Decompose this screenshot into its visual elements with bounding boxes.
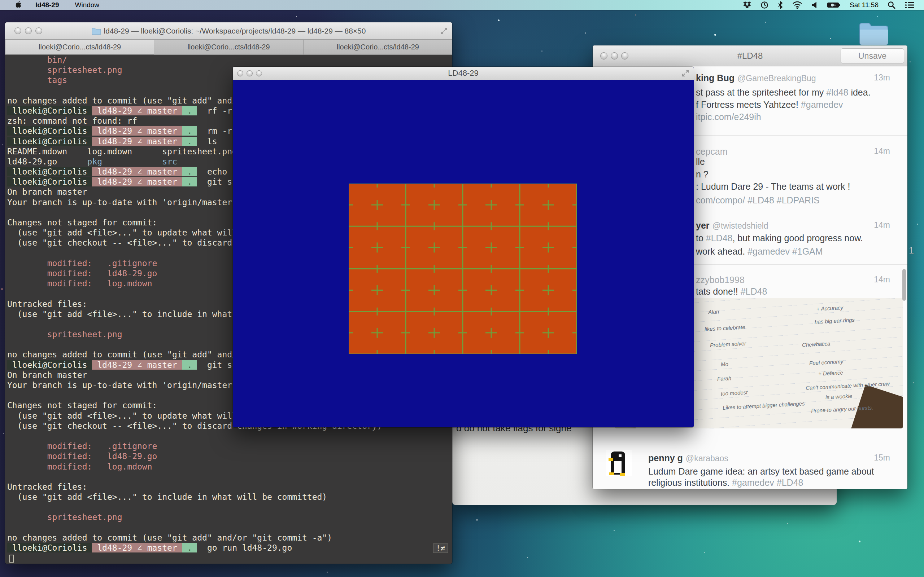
penguin-pixel-avatar bbox=[606, 450, 632, 476]
tweet-text: f Fortress meets Yahtzee! #gamedev bbox=[696, 100, 843, 110]
terminal-line: modified: .gitignore bbox=[5, 441, 452, 451]
tweet-link[interactable]: #gamedev bbox=[748, 246, 790, 256]
tweet-timestamp: 14m bbox=[874, 275, 890, 285]
game-window[interactable]: LD48-29 bbox=[233, 67, 694, 427]
tweet-text: to #LD48, but making good progress now. bbox=[696, 233, 863, 243]
tweet-text: lle bbox=[696, 156, 705, 167]
terminal-window-title: ld48-29 — lloeki@Coriolis: ~/Workspace/p… bbox=[104, 27, 366, 35]
tweet-author[interactable]: cepcam bbox=[696, 147, 728, 157]
tweet-text: com/compo/ #LD48 #LDPARIS bbox=[696, 195, 820, 206]
apple-menu-icon[interactable] bbox=[15, 1, 23, 9]
game-titlebar[interactable]: LD48-29 bbox=[233, 67, 694, 80]
menu-window[interactable]: Window bbox=[68, 0, 106, 10]
terminal-line bbox=[5, 502, 452, 512]
folder-icon bbox=[92, 27, 101, 35]
app-menu-ld48-29[interactable]: ld48-29 bbox=[25, 0, 65, 10]
terminal-line: modified: ld48-29.go bbox=[5, 451, 452, 461]
menu-bar[interactable]: ld48-29 Window Sat 11:58 bbox=[0, 0, 924, 10]
terminal-tab-3[interactable]: lloeki@Corio...cts/ld48-29 bbox=[304, 40, 452, 55]
expand-icon[interactable] bbox=[440, 27, 448, 35]
twitter-titlebar[interactable]: #LD48 Unsave bbox=[593, 45, 908, 66]
terminal-line: lloeki@Coriolis ld48-29 ∠ master . go ru… bbox=[5, 543, 452, 553]
tweet-author[interactable]: king Bug@GameBreakingBug bbox=[696, 73, 816, 83]
terminal-line: Untracked files: bbox=[5, 482, 452, 492]
tweet-text: religious institutions. #gamedev #LD48 bbox=[648, 477, 803, 488]
tweet-link[interactable]: #LD48 bbox=[748, 195, 774, 205]
scrollbar-thumb[interactable] bbox=[902, 269, 906, 301]
tweet-link[interactable]: #LD48 bbox=[777, 477, 803, 488]
tweet-link[interactable]: #1GAM bbox=[792, 246, 823, 256]
tweet-link[interactable]: com/compo/ bbox=[696, 195, 745, 205]
tweet-separator bbox=[593, 443, 908, 443]
photo-handwriting: Mo bbox=[721, 361, 729, 367]
tweet-text: st pass at the spritesheet for my #ld48 … bbox=[696, 87, 871, 98]
desktop-folder-icon[interactable] bbox=[858, 20, 889, 46]
terminal-tab-1[interactable]: lloeki@Corio...cts/ld48-29 bbox=[5, 40, 155, 55]
terminal-cursor bbox=[10, 554, 14, 562]
tweet-text: Ludum Dare game idea: an artsy text base… bbox=[648, 466, 874, 477]
tweet-timestamp: 15m bbox=[874, 453, 890, 463]
terminal-line: spritesheet.png bbox=[5, 512, 452, 522]
terminal-line: (use "git add <file>..." to include in w… bbox=[5, 492, 452, 502]
dropbox-icon[interactable] bbox=[738, 0, 756, 10]
terminal-line: bin/ bbox=[5, 55, 452, 65]
game-canvas bbox=[233, 80, 694, 427]
game-window-title: LD48-29 bbox=[233, 69, 694, 78]
tweet-link[interactable]: #gamedev bbox=[801, 100, 843, 110]
terminal-line bbox=[5, 472, 452, 482]
spotlight-icon[interactable] bbox=[883, 0, 900, 10]
tweet-link[interactable]: #ld48 bbox=[826, 87, 848, 97]
bluetooth-icon[interactable] bbox=[773, 0, 788, 10]
tweet-text: : Ludum Dare 29 - The teams at work ! bbox=[696, 181, 850, 192]
terminal-line: no changes added to commit (use "git add… bbox=[5, 533, 452, 543]
tweet-avatar[interactable] bbox=[606, 450, 632, 476]
prompt-status-badge: !≠ bbox=[433, 543, 448, 553]
tweet-text: itpic.com/e249ih bbox=[696, 112, 761, 122]
tweet-link[interactable]: #LDPARIS bbox=[777, 195, 820, 205]
terminal-tab-2[interactable]: lloeki@Corio...cts/ld48-29 bbox=[154, 40, 303, 55]
terminal-line bbox=[5, 553, 452, 563]
wifi-icon[interactable] bbox=[788, 0, 807, 10]
terminal-line: modified: log.mdown bbox=[5, 462, 452, 472]
menu-clock[interactable]: Sat 11:58 bbox=[845, 1, 883, 9]
tweet-text: work ahead. #gamedev #1GAM bbox=[696, 246, 823, 257]
spritesheet-grid bbox=[349, 184, 577, 354]
terminal-line bbox=[5, 522, 452, 533]
terminal-titlebar[interactable]: ld48-29 — lloeki@Coriolis: ~/Workspace/p… bbox=[5, 23, 452, 40]
notification-center-icon[interactable] bbox=[900, 0, 919, 10]
tweet-link[interactable]: #gamedev bbox=[732, 477, 774, 488]
tweet-text: n ? bbox=[696, 169, 709, 180]
photo-handwriting: Farah bbox=[717, 375, 732, 382]
tweet-author[interactable]: yer@twistedshield bbox=[696, 220, 769, 231]
tweet-timestamp: 14m bbox=[874, 220, 890, 230]
tweet-link[interactable]: #LD48 bbox=[741, 286, 767, 297]
tweet-timestamp: 14m bbox=[874, 147, 890, 156]
photo-handwriting: Alan bbox=[708, 308, 719, 315]
tweet-text: tats done!! #LD48 bbox=[696, 286, 767, 297]
unsave-button[interactable]: Unsave bbox=[841, 48, 904, 63]
tweet-link[interactable]: itpic.com/e249ih bbox=[696, 112, 761, 122]
terminal-line bbox=[5, 431, 452, 441]
tweet-author[interactable]: penny g@karabaos bbox=[648, 453, 729, 463]
tweet-link[interactable]: #LD48 bbox=[706, 233, 733, 243]
expand-icon[interactable] bbox=[682, 69, 690, 77]
photo-handwriting: + Defence bbox=[818, 369, 843, 377]
tweet-author[interactable]: zzybob1998 bbox=[696, 275, 745, 285]
stray-badge: 1 bbox=[909, 245, 914, 256]
time-machine-icon[interactable] bbox=[756, 0, 773, 10]
tweet-timestamp: 13m bbox=[874, 73, 890, 82]
terminal-tab-bar[interactable]: lloeki@Corio...cts/ld48-29lloeki@Corio..… bbox=[5, 40, 452, 55]
volume-icon[interactable] bbox=[807, 0, 822, 10]
battery-icon[interactable] bbox=[822, 0, 845, 10]
